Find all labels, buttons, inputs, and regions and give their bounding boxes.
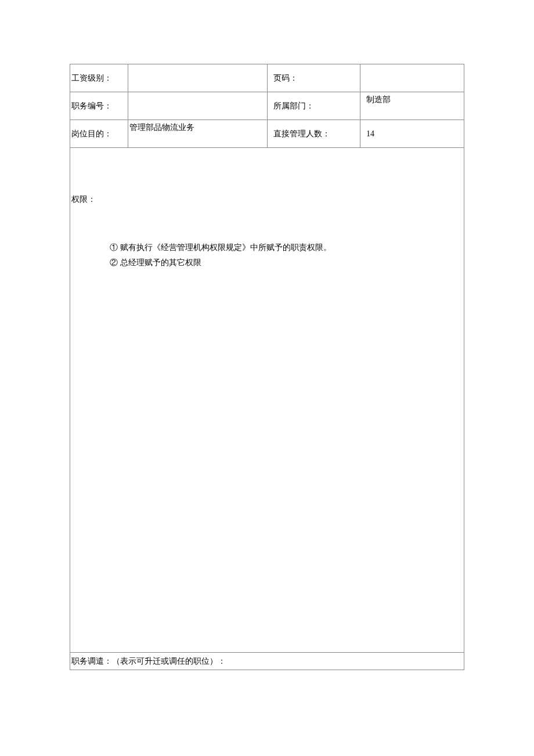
- transfer-cell: 职务调遣：（表示可升迁或调任的职位）：: [70, 653, 464, 670]
- job-number-value: [128, 92, 268, 120]
- direct-manage-label: 直接管理人数：: [268, 120, 360, 148]
- page-value: [360, 64, 464, 92]
- direct-manage-value: 14: [360, 120, 464, 148]
- purpose-label: 岗位目的：: [70, 120, 128, 148]
- job-description-table: 工资级别： 页码： 职务编号： 所属部门： 制造部 岗位目的： 管理部品物流业务…: [70, 64, 464, 670]
- purpose-value: 管理部品物流业务: [128, 120, 268, 148]
- authority-label: 权限：: [71, 194, 96, 205]
- job-number-label: 职务编号：: [70, 92, 128, 120]
- salary-level-value: [128, 64, 268, 92]
- authority-item: ② 总经理赋予的其它权限: [110, 256, 331, 270]
- page-label: 页码：: [268, 64, 360, 92]
- authority-cell: 权限： ① 赋有执行《经营管理机构权限规定》中所赋予的职责权限。 ② 总经理赋予…: [70, 148, 464, 653]
- salary-level-label: 工资级别：: [70, 64, 128, 92]
- department-label: 所属部门：: [268, 92, 360, 120]
- authority-list: ① 赋有执行《经营管理机构权限规定》中所赋予的职责权限。 ② 总经理赋予的其它权…: [110, 241, 331, 271]
- authority-item: ① 赋有执行《经营管理机构权限规定》中所赋予的职责权限。: [110, 241, 331, 255]
- department-value: 制造部: [360, 92, 464, 120]
